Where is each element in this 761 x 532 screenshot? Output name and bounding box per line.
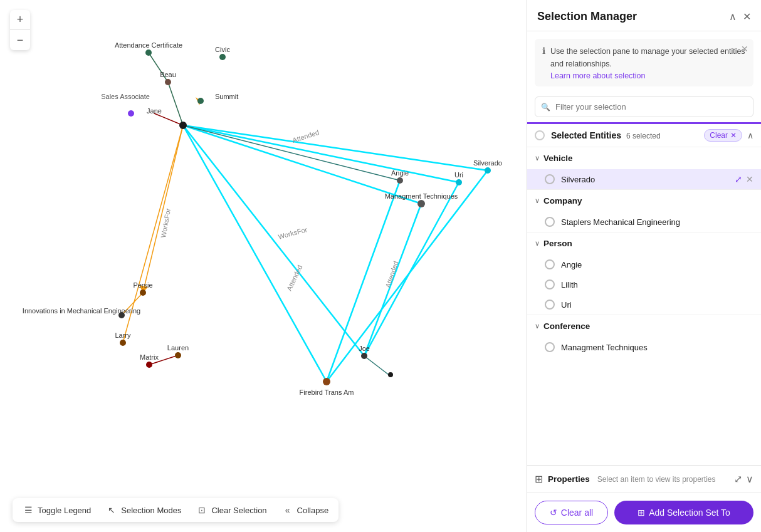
graph-canvas[interactable]: Attended WorksFor WorksFor Attended Atte… (0, 0, 527, 532)
svg-text:Matrix: Matrix (140, 353, 159, 361)
angie-dot (545, 259, 555, 269)
svg-text:Innovations in Mechanical Engi: Innovations in Mechanical Engineering (23, 307, 140, 315)
filter-wrapper (535, 96, 753, 117)
category-vehicle-header[interactable]: ∨ Vehicle (527, 147, 761, 169)
selection-modes-label: Selection Modes (121, 506, 181, 515)
properties-expand-button[interactable]: ⤢ (734, 473, 742, 485)
svg-text:Lauren: Lauren (167, 344, 189, 352)
svg-text:Silverado: Silverado (473, 159, 502, 167)
properties-section: ⊞ Properties Select an item to view its … (527, 465, 761, 493)
svg-line-9 (143, 125, 183, 293)
svg-text:Angie: Angie (391, 169, 409, 177)
panel-collapse-button[interactable]: ∧ (729, 11, 737, 23)
zoom-in-button[interactable]: + (10, 10, 30, 30)
info-link[interactable]: Learn more about selection (550, 71, 747, 80)
svg-point-59 (388, 372, 393, 377)
conference-chevron-icon: ∨ (535, 322, 540, 330)
panel-title: Selection Manager (537, 10, 637, 23)
entity-angie[interactable]: Angie (527, 254, 761, 274)
silverado-expand-icon[interactable]: ⤢ (735, 174, 742, 184)
svg-point-25 (145, 50, 152, 56)
add-selection-icon: ⊞ (638, 508, 645, 518)
svg-point-39 (456, 179, 462, 185)
entity-silverado[interactable]: Silverado ⤢ ✕ (527, 169, 761, 189)
info-content: Use the selection pane to manage your se… (550, 45, 747, 80)
properties-hint: Select an item to view its properties (597, 475, 716, 484)
lilith-dot (545, 279, 555, 289)
selection-modes-item[interactable]: ↖ Selection Modes (106, 504, 181, 516)
entity-uri[interactable]: Uri (527, 295, 761, 315)
clear-badge-x: ✕ (730, 131, 737, 140)
svg-point-55 (361, 353, 367, 359)
svg-text:Firebird Trans Am: Firebird Trans Am (300, 389, 354, 396)
svg-point-57 (323, 378, 330, 385)
clear-all-label: Clear all (561, 508, 593, 518)
svg-text:Attended: Attended (285, 264, 303, 292)
add-selection-label: Add Selection Set To (649, 508, 730, 518)
svg-text:Sales Associate: Sales Associate (101, 93, 150, 100)
svg-point-34 (128, 110, 134, 117)
toggle-legend-label: Toggle Legend (38, 506, 91, 515)
properties-label: Properties (548, 474, 590, 484)
info-close-button[interactable]: ✕ (741, 44, 748, 54)
clear-badge-label: Clear (710, 131, 728, 140)
entities-collapse-button[interactable]: ∧ (747, 130, 753, 140)
filter-input[interactable] (535, 96, 753, 117)
clear-selection-label: Clear Selection (211, 506, 266, 515)
toggle-legend-item[interactable]: ☰ Toggle Legend (23, 504, 91, 516)
selected-count: 6 selected (626, 132, 661, 140)
svg-text:Managment Techniques: Managment Techniques (385, 192, 458, 200)
entity-mgmt-techniques[interactable]: Managment Techniques (527, 337, 761, 357)
collapse-item[interactable]: « Collapse (282, 504, 329, 516)
category-person-title: Person (543, 239, 572, 248)
properties-icon: ⊞ (535, 473, 543, 485)
filter-container (527, 91, 761, 122)
clear-all-icon: ↺ (550, 508, 557, 518)
silverado-remove-icon[interactable]: ✕ (746, 174, 753, 184)
svg-point-32 (197, 98, 204, 104)
panel-header: Selection Manager ∧ ✕ (527, 0, 761, 31)
clear-selection-item[interactable]: ⊡ Clear Selection (196, 504, 266, 516)
panel-header-actions: ∧ ✕ (729, 11, 751, 23)
entity-staplers[interactable]: Staplers Mechanical Engineering (527, 212, 761, 232)
panel-close-button[interactable]: ✕ (743, 11, 751, 23)
category-conference-title: Conference (543, 321, 590, 331)
person-chevron-icon: ∨ (535, 239, 540, 248)
selected-entities-checkbox[interactable] (535, 130, 545, 140)
category-company-title: Company (543, 196, 582, 206)
selected-entities-title: Selected Entities 6 selected (551, 130, 704, 140)
category-company-header[interactable]: ∨ Company (527, 190, 761, 212)
right-panel: Selection Manager ∧ ✕ ℹ Use the selectio… (527, 0, 761, 532)
panel-content[interactable]: ∨ Vehicle Silverado ⤢ ✕ ∨ Company Staple… (527, 147, 761, 465)
collapse-label: Collapse (297, 506, 329, 515)
entity-lilith[interactable]: Lilith (527, 274, 761, 295)
svg-point-49 (120, 340, 126, 346)
category-vehicle-title: Vehicle (543, 154, 573, 163)
category-company: ∨ Company Staplers Mechanical Engineerin… (527, 189, 761, 232)
category-conference: ∨ Conference Managment Techniques (527, 315, 761, 357)
category-person-header[interactable]: ∨ Person (527, 232, 761, 254)
svg-point-45 (140, 289, 146, 296)
svg-line-14 (154, 113, 183, 125)
svg-text:Summit: Summit (215, 93, 238, 100)
zoom-out-button[interactable]: − (10, 30, 30, 50)
add-selection-button[interactable]: ⊞ Add Selection Set To (614, 501, 753, 524)
svg-point-29 (165, 79, 171, 85)
clear-all-button[interactable]: ↺ Clear all (535, 501, 608, 524)
category-conference-header[interactable]: ∨ Conference (527, 315, 761, 337)
properties-chevron-button[interactable]: ∨ (746, 473, 753, 485)
svg-point-36 (179, 122, 187, 129)
svg-line-17 (364, 356, 389, 375)
clear-badge[interactable]: Clear ✕ (704, 129, 742, 142)
svg-point-43 (417, 200, 425, 207)
info-banner: ℹ Use the selection pane to manage your … (535, 39, 753, 86)
svg-line-7 (183, 125, 327, 382)
svg-text:Civic: Civic (215, 46, 230, 53)
selection-modes-icon: ↖ (106, 504, 117, 516)
silverado-dot (545, 174, 555, 184)
svg-text:Persie: Persie (133, 281, 152, 289)
panel-footer: ↺ Clear all ⊞ Add Selection Set To (527, 493, 761, 532)
svg-text:Joe: Joe (359, 345, 370, 352)
staplers-name: Staplers Mechanical Engineering (561, 217, 753, 227)
svg-text:Uri: Uri (454, 171, 463, 179)
